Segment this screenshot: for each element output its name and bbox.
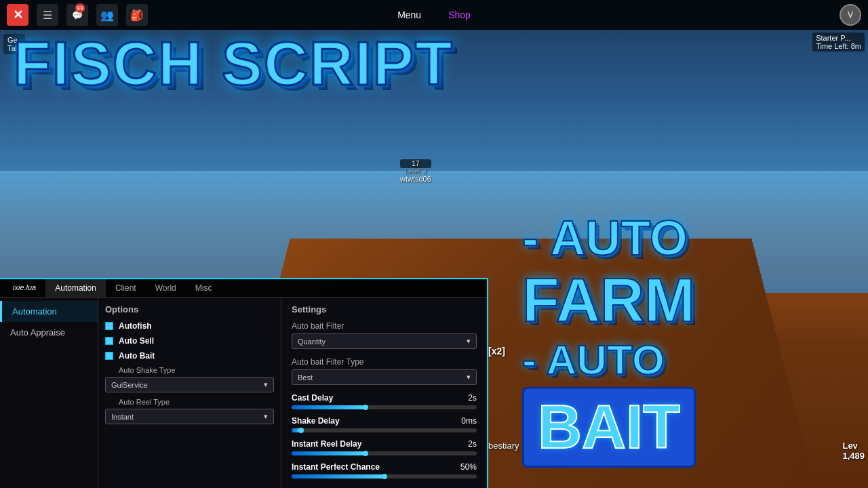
auto-line-1: - AUTO xyxy=(522,210,861,266)
instant-reel-delay-value: 2s xyxy=(468,439,477,449)
tab-misc[interactable]: Misc xyxy=(186,279,222,297)
auto-bait-checkbox[interactable] xyxy=(105,352,113,360)
fish-catch-display: [x2] xyxy=(488,346,505,357)
player-level: 17 xyxy=(400,159,431,168)
instant-perfect-track[interactable] xyxy=(292,474,477,479)
script-panel: ixie.lua Automation Client World Misc Au… xyxy=(0,278,488,488)
tab-client[interactable]: Client xyxy=(106,279,146,297)
player-sublevel: Level: 4 xyxy=(400,168,431,175)
level-display: Lev 1,489 xyxy=(842,441,865,461)
menu-nav-item[interactable]: Menu xyxy=(397,9,421,20)
shake-delay-header: Shake Delay 0ms xyxy=(292,416,477,426)
cast-delay-header: Cast Delay 2s xyxy=(292,393,477,403)
instant-perfect-value: 50% xyxy=(460,462,477,472)
auto-reel-type-label: Auto Reel Type xyxy=(119,398,274,406)
player-label: 17 Level: 4 wtwtsd06 xyxy=(400,159,431,183)
auto-bait-filter-type-dropdown[interactable]: Best ▾ xyxy=(292,369,477,385)
auto-sell-label: Auto Sell xyxy=(119,336,154,346)
auto-reel-value: Instant xyxy=(111,413,134,421)
cast-delay-value: 2s xyxy=(468,393,477,403)
bestiary-display: bestiary xyxy=(488,441,519,451)
starter-pack-text: Starter P... xyxy=(816,34,850,42)
top-bar: ✕ ☰ 💬 99 👥 🎒 Menu Shop V xyxy=(0,0,868,30)
autofish-label: Autofish xyxy=(119,321,152,331)
auto-reel-dropdown[interactable]: Instant ▾ xyxy=(105,409,274,424)
instant-reel-track[interactable] xyxy=(292,451,477,455)
roblox-icon: ✕ xyxy=(7,4,28,26)
sidebar-item-automation[interactable]: Automation xyxy=(0,301,98,322)
level-text: Lev xyxy=(842,441,865,451)
bait-line: BAIT xyxy=(538,393,680,461)
panel-sidebar: Automation Auto Appraise xyxy=(0,298,98,488)
cast-delay-fill xyxy=(292,405,366,409)
top-bar-navigation: Menu Shop xyxy=(397,9,471,20)
tab-logo[interactable]: ixie.lua xyxy=(3,279,45,297)
auto-shake-dropdown[interactable]: GuiService ▾ xyxy=(105,377,274,392)
auto-bait-filter-label: Auto bait Filter xyxy=(292,321,477,331)
auto-farm-area: - AUTO FARM - AUTO BAIT xyxy=(515,203,868,474)
auto-line-2: - AUTO xyxy=(522,336,861,384)
starter-pack-info: Starter P... Time Left: 8m xyxy=(812,33,865,52)
auto-bait-filter-type-arrow: ▾ xyxy=(467,373,471,382)
instant-reel-thumb xyxy=(363,451,368,456)
instant-perfect-label: Instant Perfect Chance xyxy=(292,462,380,472)
instant-reel-fill xyxy=(292,451,366,455)
player-name: wtwtsd06 xyxy=(400,175,431,183)
sidebar-item-auto-appraise[interactable]: Auto Appraise xyxy=(0,322,98,343)
instant-perfect-thumb xyxy=(382,474,387,479)
auto-bait-filter-row: Auto bait Filter Quantity ▾ xyxy=(292,321,477,349)
auto-shake-arrow: ▾ xyxy=(264,380,268,389)
panel-tabs: ixie.lua Automation Client World Misc xyxy=(0,279,487,298)
tab-automation[interactable]: Automation xyxy=(45,279,106,297)
auto-reel-arrow: ▾ xyxy=(264,412,268,421)
auto-bait-filter-dropdown[interactable]: Quantity ▾ xyxy=(292,333,477,349)
settings-panel: Settings Auto bait Filter Quantity ▾ Aut… xyxy=(281,298,487,488)
bait-box: BAIT xyxy=(522,387,696,468)
instant-reel-delay-row: Instant Reel Delay 2s xyxy=(292,439,477,455)
shake-delay-label: Shake Delay xyxy=(292,416,340,426)
backpack-button[interactable]: 🎒 xyxy=(126,4,148,26)
auto-bait-option: Auto Bait xyxy=(105,351,274,361)
tab-world[interactable]: World xyxy=(146,279,186,297)
cast-delay-thumb xyxy=(363,405,368,410)
instant-reel-delay-label: Instant Reel Delay xyxy=(292,439,361,449)
auto-bait-filter-arrow: ▾ xyxy=(467,337,471,346)
farm-line: FARM xyxy=(522,266,861,336)
title-area: FISCH SCRIPT xyxy=(0,30,509,98)
auto-bait-filter-type-value: Best xyxy=(298,373,313,382)
auto-bait-filter-type-label: Auto bait Filter Type xyxy=(292,357,477,367)
instant-perfect-row: Instant Perfect Chance 50% xyxy=(292,462,477,479)
avatar-icon: V xyxy=(840,4,861,26)
shake-delay-fill xyxy=(292,428,301,432)
settings-title: Settings xyxy=(292,304,477,314)
shake-delay-thumb xyxy=(298,428,304,433)
autofish-checkbox[interactable] xyxy=(105,322,113,330)
cast-delay-track[interactable] xyxy=(292,405,477,409)
options-title: Options xyxy=(105,304,274,314)
auto-shake-type-label: Auto Shake Type xyxy=(119,366,274,374)
auto-sell-checkbox[interactable] xyxy=(105,337,113,345)
coins-text: 1,489 xyxy=(842,451,865,461)
hamburger-button[interactable]: ☰ xyxy=(37,4,58,26)
autofish-option: Autofish xyxy=(105,321,274,331)
title-text: FISCH SCRIPT xyxy=(14,37,495,92)
shake-delay-track[interactable] xyxy=(292,428,477,432)
auto-sell-option: Auto Sell xyxy=(105,336,274,346)
instant-perfect-fill xyxy=(292,474,384,479)
cast-delay-label: Cast Delay xyxy=(292,393,333,403)
panel-content: Automation Auto Appraise Options Autofis… xyxy=(0,298,487,488)
auto-shake-value: GuiService xyxy=(111,381,148,389)
shake-delay-row: Shake Delay 0ms xyxy=(292,416,477,432)
cast-delay-row: Cast Delay 2s xyxy=(292,393,477,409)
players-button[interactable]: 👥 xyxy=(96,4,118,26)
auto-bait-filter-type-row: Auto bait Filter Type Best ▾ xyxy=(292,357,477,385)
auto-bait-filter-value: Quantity xyxy=(298,338,326,346)
shake-delay-value: 0ms xyxy=(461,416,477,426)
top-bar-right: V xyxy=(840,4,861,26)
auto-bait-label: Auto Bait xyxy=(119,351,155,361)
time-left-text: Time Left: 8m xyxy=(816,42,861,50)
chat-button[interactable]: 💬 99 xyxy=(66,4,88,26)
instant-reel-delay-header: Instant Reel Delay 2s xyxy=(292,439,477,449)
shop-nav-item[interactable]: Shop xyxy=(448,9,471,20)
options-panel: Options Autofish Auto Sell Auto Bait Aut… xyxy=(98,298,281,488)
